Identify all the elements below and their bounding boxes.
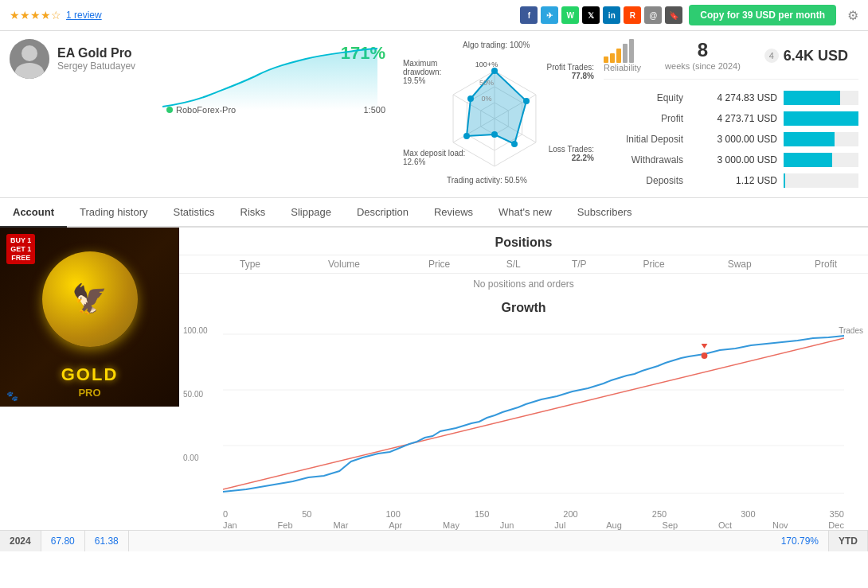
reddit-icon[interactable]: R xyxy=(624,6,641,24)
linkedin-icon[interactable]: in xyxy=(603,6,620,24)
reliability-label: Reliability xyxy=(604,63,641,72)
svg-text:0%: 0% xyxy=(481,95,491,103)
svg-point-15 xyxy=(511,141,518,147)
tab-account[interactable]: Account xyxy=(0,198,67,228)
email-icon[interactable]: @ xyxy=(644,6,662,24)
svg-point-18 xyxy=(467,95,474,102)
tabs-bar: Account Trading history Statistics Risks… xyxy=(0,198,868,228)
month-dec: Dec xyxy=(828,520,844,530)
twitter-icon[interactable]: 𝕏 xyxy=(582,6,600,24)
reliability-block: Reliability xyxy=(604,39,641,72)
stats-right: Reliability 8 weeks (since 2024) 4 6.4K … xyxy=(604,39,858,189)
col-profit: Profit xyxy=(784,255,868,274)
copy-button[interactable]: Copy for 39 USD per month xyxy=(689,5,836,25)
month-sep: Sep xyxy=(663,520,678,530)
radar-trading-activity: Trading activity: 50.5% xyxy=(447,176,527,185)
profit-usd-block: 4 6.4K USD xyxy=(764,39,848,72)
withdrawals-label: Withdrawals xyxy=(604,154,683,165)
col-swap: Swap xyxy=(695,255,784,274)
tab-trading-history[interactable]: Trading history xyxy=(67,198,161,228)
ea-name: EA Gold Pro xyxy=(57,46,135,60)
tab-description[interactable]: Description xyxy=(344,198,421,228)
stat-val2: 61.38 xyxy=(85,531,129,551)
col-empty xyxy=(179,255,210,274)
y-label-50: 50.00 xyxy=(183,390,203,399)
tab-statistics[interactable]: Statistics xyxy=(161,198,228,228)
ytd-label: YTD xyxy=(829,531,868,551)
ytd-value: 170.79% xyxy=(772,531,829,551)
col-price-open: Price xyxy=(397,255,480,274)
x-num-50: 50 xyxy=(302,509,311,519)
broker-name: RoboForex-Pro xyxy=(176,105,236,115)
y-label-0: 0.00 xyxy=(183,454,198,462)
initial-deposit-label: Initial Deposit xyxy=(604,134,683,145)
whatsapp-icon[interactable]: W xyxy=(561,6,579,24)
x-num-300: 300 xyxy=(741,509,755,519)
bottom-stats-bar: 2024 67.80 61.38 170.79% YTD xyxy=(0,530,868,551)
month-jun: Jun xyxy=(500,520,514,530)
rel-bar-3 xyxy=(616,49,621,63)
telegram-icon[interactable]: ✈ xyxy=(541,6,558,24)
year-cell: 2024 xyxy=(0,531,41,551)
svg-point-14 xyxy=(523,98,530,104)
tab-subscribers[interactable]: Subscribers xyxy=(565,198,645,228)
equity-value: 4 274.83 USD xyxy=(690,92,777,103)
initial-deposit-row: Initial Deposit 3 000.00 USD xyxy=(604,132,858,146)
col-tp: T/P xyxy=(546,255,612,274)
reliability-bars xyxy=(604,39,641,63)
month-feb: Feb xyxy=(278,520,293,530)
equity-label: Equity xyxy=(604,92,683,103)
svg-text:50%: 50% xyxy=(479,79,494,87)
month-apr: Apr xyxy=(389,520,402,530)
rel-bar-4 xyxy=(623,44,628,63)
broker-status-dot xyxy=(166,107,173,113)
no-positions-row: No positions and orders xyxy=(179,274,868,295)
ad-image[interactable]: BUY 1 GET 1 FREE 🦅 GOLD PRO 🐾 xyxy=(0,228,179,407)
svg-point-17 xyxy=(463,133,470,139)
growth-title: Growth xyxy=(179,294,868,318)
tab-slippage[interactable]: Slippage xyxy=(278,198,344,228)
month-jan: Jan xyxy=(223,520,237,530)
col-price-current: Price xyxy=(612,255,695,274)
profit-usd-value: 6.4K USD xyxy=(784,48,848,64)
profit-label: Profit xyxy=(604,113,683,124)
settings-icon[interactable]: ⚙ xyxy=(847,8,858,23)
tab-reviews[interactable]: Reviews xyxy=(421,198,486,228)
radar-max-drawdown: Maximum drawdown:19.5% xyxy=(403,59,467,85)
top-bar: ★★★★☆ 1 review f ✈ W 𝕏 in R @ 🔖 Copy for… xyxy=(0,0,868,31)
facebook-icon[interactable]: f xyxy=(520,6,538,24)
bookmark-icon[interactable]: 🔖 xyxy=(665,6,682,24)
ad-banner[interactable]: BUY 1 GET 1 FREE 🦅 GOLD PRO 🐾 xyxy=(0,228,179,530)
profit-value: 4 273.71 USD xyxy=(690,113,777,124)
svg-line-26 xyxy=(223,338,844,489)
ea-avatar xyxy=(10,39,49,79)
x-num-350: 350 xyxy=(830,509,844,519)
ad-coin: 🦅 xyxy=(42,251,138,347)
review-link[interactable]: 1 review xyxy=(66,10,102,21)
month-aug: Aug xyxy=(606,520,622,530)
initial-deposit-bar-fill xyxy=(784,132,835,146)
ea-author: Sergey Batudayev xyxy=(57,60,135,72)
tab-risks[interactable]: Risks xyxy=(228,198,279,228)
weeks-block: 8 weeks (since 2024) xyxy=(665,39,741,72)
deposits-row: Deposits 1.12 USD xyxy=(604,173,858,188)
x-axis-number-labels: 0 50 100 150 200 250 300 350 xyxy=(179,509,868,519)
positions-title: Positions xyxy=(179,228,868,255)
ad-title: GOLD xyxy=(61,364,119,385)
growth-chart-svg xyxy=(223,326,844,501)
tab-whats-new[interactable]: What's new xyxy=(486,198,565,228)
deposits-value: 1.12 USD xyxy=(690,175,777,186)
stat-val1: 67.80 xyxy=(41,531,85,551)
positions-table: Type Volume Price S/L T/P Price Swap Pro… xyxy=(179,255,868,294)
social-icons: f ✈ W 𝕏 in R @ 🔖 xyxy=(520,6,682,24)
month-oct: Oct xyxy=(718,520,732,530)
reliability-row: Reliability 8 weeks (since 2024) 4 6.4K … xyxy=(604,39,858,80)
col-type: Type xyxy=(210,255,291,274)
ea-info: EA Gold Pro Sergey Batudayev xyxy=(57,46,135,72)
profit-subscribers-count: 4 xyxy=(764,49,779,63)
broker-info: RoboForex-Pro xyxy=(166,105,236,115)
profit-row: Profit 4 273.71 USD xyxy=(604,111,858,126)
positions-header-row: Type Volume Price S/L T/P Price Swap Pro… xyxy=(179,255,868,274)
main-content: BUY 1 GET 1 FREE 🦅 GOLD PRO 🐾 Positions … xyxy=(0,228,868,530)
y-label-100: 100.00 xyxy=(183,326,208,335)
